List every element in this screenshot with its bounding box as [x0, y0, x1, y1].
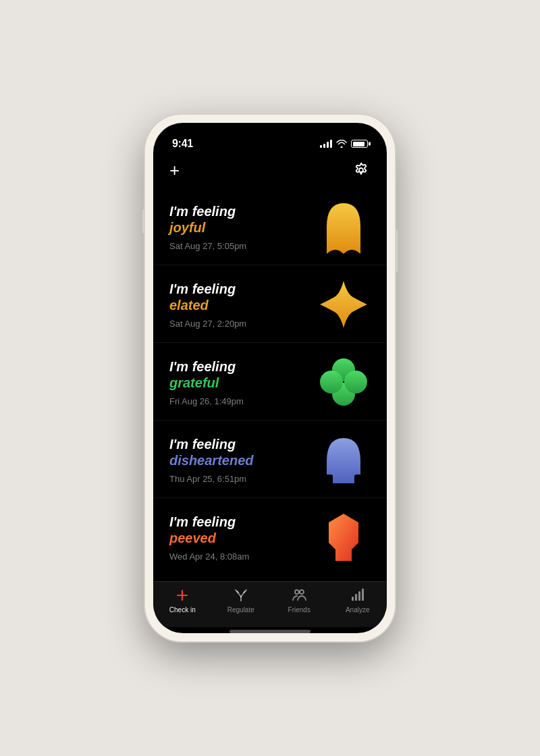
tab-checkin[interactable]: Check in	[153, 587, 212, 614]
entry-peeved[interactable]: I'm feeling peeved Wed Apr 24, 8:08am	[153, 498, 387, 575]
feeling-prefix-peeved: I'm feeling	[169, 514, 306, 530]
feeling-text-disheartened: I'm feeling disheartened Thu Apr 25, 6:5…	[169, 436, 306, 484]
feeling-word-joyful: joyful	[169, 219, 306, 236]
feeling-word-disheartened: disheartened	[169, 452, 306, 468]
friends-icon	[291, 587, 307, 603]
shape-grateful	[317, 355, 371, 409]
signal-bars-icon	[320, 140, 332, 148]
feeling-text-grateful: I'm feeling grateful Fri Aug 26, 1:49pm	[169, 358, 306, 406]
feeling-word-peeved: peeved	[169, 530, 306, 546]
entry-joyful[interactable]: I'm feeling joyful Sat Aug 27, 5:05pm	[153, 188, 387, 265]
svg-rect-15	[352, 597, 354, 601]
feeling-prefix-joyful: I'm feeling	[169, 203, 306, 219]
status-icons	[320, 140, 368, 148]
entry-disheartened[interactable]: I'm feeling disheartened Thu Apr 25, 6:5…	[153, 421, 387, 498]
tab-checkin-label: Check in	[169, 606, 196, 614]
phone-screen: 9:41 +	[153, 123, 387, 633]
feeling-date-joyful: Sat Aug 27, 5:05pm	[169, 241, 306, 251]
tab-regulate-label: Regulate	[227, 606, 254, 614]
svg-rect-17	[358, 591, 360, 601]
feeling-text-joyful: I'm feeling joyful Sat Aug 27, 5:05pm	[169, 203, 306, 251]
entry-elated[interactable]: I'm feeling elated Sat Aug 27, 2:20pm	[153, 265, 387, 343]
regulate-icon	[233, 587, 249, 603]
feeling-prefix-grateful: I'm feeling	[169, 358, 306, 375]
checkin-icon	[174, 587, 190, 603]
feeling-word-grateful: grateful	[169, 375, 306, 391]
tab-analyze[interactable]: Analyze	[329, 587, 387, 614]
shape-disheartened	[317, 433, 371, 487]
add-button[interactable]: +	[169, 161, 180, 179]
home-indicator	[230, 630, 310, 633]
tab-bar: Check in Regulate	[153, 581, 387, 627]
phone-frame: 9:41 +	[145, 115, 395, 641]
feeling-date-elated: Sat Aug 27, 2:20pm	[169, 319, 306, 329]
svg-rect-4	[317, 475, 333, 487]
feeling-word-elated: elated	[169, 297, 306, 313]
tab-friends[interactable]: Friends	[270, 587, 329, 614]
shape-joyful	[317, 200, 371, 254]
feeling-text-elated: I'm feeling elated Sat Aug 27, 2:20pm	[169, 281, 306, 329]
entry-grateful[interactable]: I'm feeling grateful Fri Aug 26, 1:49pm	[153, 343, 387, 421]
shape-peeved	[317, 510, 371, 564]
entries-list: I'm feeling joyful Sat Aug 27, 5:05pm I'…	[153, 188, 387, 581]
feeling-prefix-elated: I'm feeling	[169, 281, 306, 297]
svg-line-12	[244, 590, 246, 593]
feeling-date-peeved: Wed Apr 24, 8:08am	[169, 551, 306, 562]
settings-icon[interactable]	[352, 161, 371, 180]
shape-elated	[317, 277, 371, 331]
svg-rect-16	[355, 594, 357, 601]
feeling-text-peeved: I'm feeling peeved Wed Apr 24, 8:08am	[169, 514, 306, 562]
feeling-date-grateful: Fri Aug 26, 1:49pm	[169, 396, 306, 406]
svg-line-11	[236, 590, 238, 593]
dynamic-island	[259, 132, 281, 140]
feeling-date-disheartened: Thu Apr 25, 6:51pm	[169, 474, 306, 484]
wifi-icon	[336, 140, 347, 148]
svg-rect-5	[354, 475, 371, 487]
tab-friends-label: Friends	[288, 606, 310, 614]
feeling-prefix-disheartened: I'm feeling	[169, 436, 306, 452]
svg-point-3	[344, 371, 367, 394]
tab-analyze-label: Analyze	[346, 606, 370, 614]
app-header: +	[153, 155, 387, 188]
analyze-icon	[350, 587, 366, 603]
battery-icon	[351, 140, 368, 148]
status-time: 9:41	[172, 138, 193, 150]
svg-point-2	[320, 371, 343, 394]
tab-regulate[interactable]: Regulate	[212, 587, 271, 614]
svg-point-13	[295, 590, 299, 594]
svg-rect-18	[362, 589, 364, 601]
svg-point-14	[300, 590, 304, 594]
